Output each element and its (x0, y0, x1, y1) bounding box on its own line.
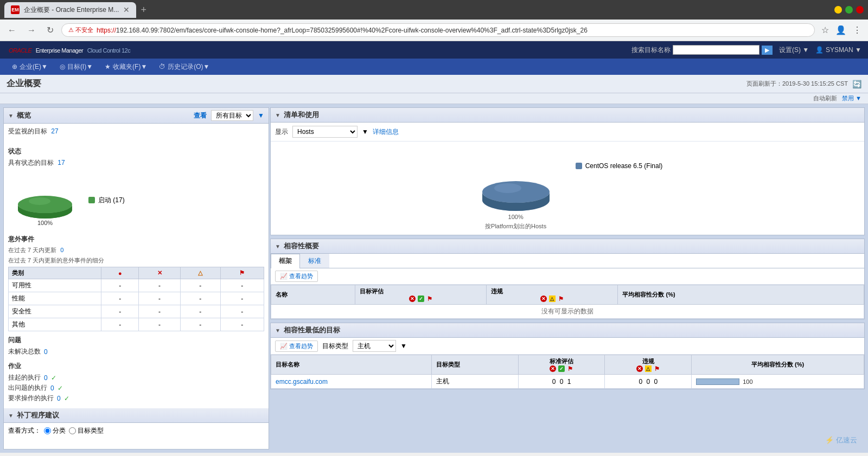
nav2-targets[interactable]: ◎ 目标(I)▼ (54, 60, 98, 74)
monitored-count[interactable]: 27 (51, 127, 58, 135)
patch-by-class-label[interactable]: 分类 (44, 426, 66, 435)
inventory-header: ▼ 清单和使用 (271, 108, 864, 123)
patch-collapse-icon[interactable]: ▼ (8, 413, 14, 419)
eval-c3-0: 1 (567, 378, 571, 386)
close-btn[interactable] (856, 6, 864, 14)
action-required-count[interactable]: 0 (57, 395, 61, 402)
new-tab-button[interactable]: + (136, 2, 151, 18)
viol-c1-0: 0 (639, 378, 642, 386)
disable-refresh-btn[interactable]: 禁用 ▼ (842, 95, 861, 101)
view-dropdown-icon[interactable]: ▼ (258, 112, 264, 119)
browser-toolbar: ← → ↻ ⚠ 不安全 https://192.168.40.99:7802/e… (0, 20, 868, 41)
comp-trend-btn[interactable]: 📈 查看趋势 (275, 271, 318, 282)
inv-chart-container: 100% 按Platform划出的Hosts (473, 146, 559, 230)
status-section: 状态 具有状态的目标 17 (4, 140, 269, 235)
user-icon: 👤 (815, 46, 824, 54)
eval-c2-0: 0 (560, 378, 564, 386)
problem-exec-count[interactable]: 0 (50, 384, 54, 392)
tgt-row-0: emcc.gscaifu.com 主机 0 0 1 0 0 0 (271, 375, 864, 389)
status-chart-area: 100% 启动 (17) (8, 169, 264, 232)
inv-legend-label: CentOS release 6.5 (Final) (585, 162, 663, 170)
search-input[interactable] (673, 45, 760, 55)
viol-c3-0: 0 (654, 378, 658, 386)
patch-by-class-radio[interactable] (44, 427, 51, 434)
inv-percent-label: 100% (473, 214, 559, 220)
inc-cell-perf-c4: - (220, 292, 264, 305)
inv-collapse-icon[interactable]: ▼ (275, 112, 280, 118)
settings-btn[interactable]: 设置(S) ▼ (779, 46, 809, 55)
tgt-cell-name-0[interactable]: emcc.gscaifu.com (271, 375, 432, 389)
comp-th-target-eval: 目标评估 ✕ ✓ ⚑ (355, 285, 486, 305)
view-select[interactable]: 所有目标 (211, 110, 253, 121)
collapse-icon[interactable]: ▼ (8, 113, 14, 119)
target-type-select[interactable]: 主机 (353, 340, 396, 352)
score-bar-0 (696, 378, 739, 385)
tab-favicon: EM (11, 5, 20, 14)
patch-header: ▼ 补丁程序建议 (4, 408, 269, 423)
em-header: ORACLE Enterprise Manager Cloud Control … (0, 41, 868, 59)
history-icon: ⏱ (159, 63, 165, 70)
warning-icon: ⚠ (68, 27, 74, 34)
inventory-chart-area: 100% 按Platform划出的Hosts CentOS release 6.… (271, 142, 864, 235)
tab-framework[interactable]: 框架 (271, 254, 300, 268)
refresh-browser-btn[interactable]: ↻ (43, 23, 57, 37)
tab-standard[interactable]: 标准 (300, 254, 329, 268)
user-profile-btn[interactable]: 👤 (833, 23, 848, 37)
status-targets-count[interactable]: 17 (58, 159, 65, 166)
unresolved-count[interactable]: 0 (44, 348, 48, 356)
forward-btn[interactable]: → (24, 23, 39, 37)
inc-cell-sec-c2: - (139, 305, 181, 318)
patch-by-type-radio[interactable] (69, 427, 76, 434)
patch-by-type-label[interactable]: 目标类型 (69, 426, 104, 435)
patch-section: ▼ 补丁程序建议 查看方式： 分类 目标类型 (4, 408, 269, 443)
action-required-ok-icon: ✓ (64, 395, 69, 402)
bookmark-btn[interactable]: ☆ (819, 23, 831, 37)
search-go-btn[interactable]: ▶ (762, 46, 773, 55)
refresh-time: 页面刷新于：2019-5-30 15:15:25 CST (746, 80, 848, 88)
maximize-btn[interactable] (845, 6, 853, 14)
std-eval-flag: ⚑ (567, 365, 573, 372)
page-header: 企业概要 页面刷新于：2019-5-30 15:15:25 CST 🔄 (0, 75, 868, 93)
viol-icon-x: ✕ (540, 296, 547, 302)
status-title: 状态 (8, 147, 264, 156)
overview-header: ▼ 概览 查看 所有目标 ▼ (4, 108, 269, 124)
user-btn[interactable]: 👤 SYSMAN ▼ (815, 46, 861, 54)
targets-icon: ◎ (60, 63, 65, 70)
inventory-title: 清单和使用 (284, 110, 319, 120)
address-bar[interactable]: ⚠ 不安全 https://192.168.40.99:7802/em/face… (61, 23, 815, 37)
nav2-favorites[interactable]: ★ 收藏夹(F)▼ (99, 60, 152, 74)
comp-collapse-icon[interactable]: ▼ (275, 243, 280, 249)
incidents-updated-count[interactable]: 0 (60, 247, 63, 253)
tgt-th-std-eval: 标准评估 ✕ ✓ ⚑ (518, 355, 605, 375)
nav2-history[interactable]: ⏱ 历史记录(O)▼ (154, 60, 215, 74)
inc-row-other: 其他 - - - - (9, 318, 264, 331)
inv-legend: CentOS release 6.5 (Final) (576, 162, 663, 170)
jobs-title: 作业 (8, 362, 264, 371)
page-refresh-btn[interactable]: 🔄 (852, 80, 861, 88)
inc-col-c2: ✕ (139, 267, 181, 279)
incidents-section: 意外事件 在过去 7 天内更新 0 在过去 7 天内更新的意外事件的细分 类别 … (4, 235, 269, 336)
detail-link[interactable]: 详细信息 (373, 127, 399, 137)
back-btn[interactable]: ← (4, 23, 20, 37)
eval-c1-0: 0 (552, 378, 556, 386)
legend-dot-running (88, 197, 95, 203)
minimize-btn[interactable] (834, 6, 842, 14)
nav2-enterprise[interactable]: ⊕ 企业(E)▼ (7, 60, 53, 74)
inc-cell-avail-c1: - (101, 279, 139, 292)
viol-icon-flag: ⚑ (558, 296, 564, 302)
inv-dropdown-icon[interactable]: ▼ (362, 128, 368, 136)
close-tab-btn[interactable]: ✕ (123, 5, 130, 14)
suspended-count[interactable]: 0 (44, 374, 48, 382)
comp-targets-trend-btn[interactable]: 📈 查看趋势 (275, 341, 318, 352)
inc-cell-other-c2: - (139, 318, 181, 331)
viol-c2-0: 0 (646, 378, 650, 386)
inc-row-security: 安全性 - - - - (9, 305, 264, 318)
menu-btn[interactable]: ⋮ (851, 23, 864, 37)
comp-targets-collapse[interactable]: ▼ (275, 327, 280, 333)
inc-cell-avail-c2: - (139, 279, 181, 292)
display-select[interactable]: Hosts (292, 126, 358, 138)
score-bar-container-0: 100 (696, 378, 859, 385)
target-type-dropdown-icon[interactable]: ▼ (400, 342, 407, 350)
browser-tab[interactable]: EM 企业概要 - Oracle Enterprise M... ✕ (4, 2, 136, 18)
inc-col-category: 类别 (9, 267, 101, 279)
